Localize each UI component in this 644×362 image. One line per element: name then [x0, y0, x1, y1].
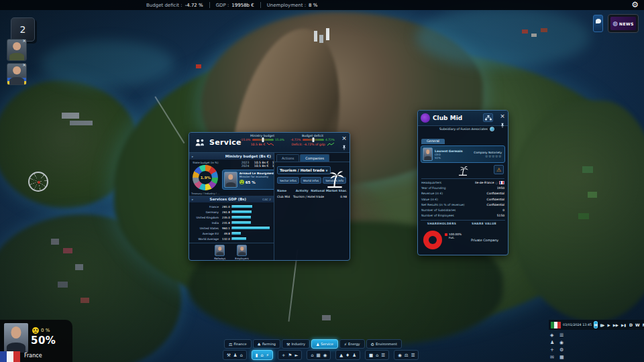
toolbar-group-3[interactable]: +⚑►	[278, 350, 302, 360]
france-flag	[0, 351, 20, 362]
tool-icon[interactable]: ⚑	[288, 353, 292, 358]
tab-companies[interactable]: Companies	[300, 154, 329, 162]
slider-thumb[interactable]	[312, 137, 314, 142]
parent-company[interactable]: Subsidiary of Fusion Associates	[439, 127, 488, 131]
tool-icon[interactable]: ⌂	[240, 353, 243, 358]
tab-general[interactable]: General	[421, 139, 445, 144]
map-tool-icon[interactable]: ▦	[559, 354, 569, 361]
section-header: Ministry budget (Bs €)	[189, 153, 274, 160]
tool-icon[interactable]: +	[282, 353, 285, 358]
tool-icon[interactable]: ⌂	[311, 353, 313, 358]
warning-button[interactable]: ⚠	[494, 165, 504, 174]
tool-icon[interactable]: ⚒	[227, 353, 231, 358]
tool-icon[interactable]: ⚡	[266, 353, 270, 358]
world-infos-button[interactable]: World infos	[301, 177, 321, 184]
tool-icon[interactable]: ◉	[323, 353, 327, 358]
minister-card[interactable]: Arnaud Le Bourgmestre Minister for econo…	[222, 170, 274, 190]
economy-stats: Budget deficit :-4.72 %GDP :19958b €Unem…	[146, 2, 317, 8]
slider-track[interactable]	[303, 139, 325, 141]
tool-icon[interactable]: ▲	[339, 353, 343, 358]
advisor-thumbnail[interactable]: ×	[7, 63, 27, 85]
tool-icon[interactable]: ⌂	[376, 353, 378, 358]
close-icon[interactable]: ×	[500, 113, 505, 119]
phone-icon[interactable]	[593, 15, 603, 32]
service-window-titlebar[interactable]: Service Ministry budget -15.0% 15.0% 10.…	[189, 133, 350, 153]
pin-icon[interactable]	[500, 123, 505, 128]
tool-icon[interactable]: ▮	[256, 353, 258, 358]
speed-button[interactable]: ▶▶	[613, 323, 619, 327]
services-gdp-chart: France281.0Germany261.8United Kingdom235…	[189, 202, 274, 241]
toolbar-tab-service[interactable]: ♟Service	[311, 339, 338, 349]
ministry-toolbar: ⚖Finance♣Farming⚒Industry♟Service⚡Energy…	[224, 339, 402, 349]
sector-select[interactable]: Tourism / Hotel trade ▼	[277, 166, 331, 174]
slider-track[interactable]	[252, 139, 274, 141]
bar-fill	[232, 221, 251, 224]
map-tool-icon[interactable]: ◈	[550, 332, 559, 339]
italy-flag[interactable]	[551, 322, 561, 328]
tool-icon[interactable]: ⌂	[260, 353, 263, 358]
globe-icon: ◍	[612, 20, 618, 27]
toolbar-group-1[interactable]: ⚒♟⌂	[223, 350, 247, 360]
tool-icon[interactable]: ►	[294, 353, 298, 358]
toolbar-group-7[interactable]: ◉⚖☰	[394, 350, 419, 360]
org-chart-button[interactable]	[483, 113, 493, 122]
close-icon[interactable]: ×	[341, 135, 347, 141]
speed-button[interactable]: ▮▶	[600, 323, 604, 327]
map-tool-icon[interactable]: ☰	[559, 332, 569, 339]
tool-icon[interactable]: ■	[369, 353, 373, 358]
tool-icon[interactable]: ⚖	[405, 353, 409, 358]
ministry-budget-slider[interactable]: Ministry budget -15.0% 15.0% 10.5 Bs €	[240, 134, 284, 146]
gdp-bar-row: India231.8	[191, 220, 272, 225]
sector-infos-button[interactable]: Sector infos	[277, 177, 299, 184]
settings-gear-icon[interactable]: ⚙	[631, 0, 639, 10]
toolbar-group-5[interactable]: ▲♦♟	[335, 350, 360, 360]
map-tool-icon[interactable]: ⚙	[559, 347, 569, 354]
toolbar-group-4[interactable]: ⌂▦◉	[307, 350, 331, 360]
detail-row: Value (in €)Confidential	[421, 196, 504, 202]
value-text: Confidential	[487, 198, 504, 201]
toolbar-group-6[interactable]: ■⌂☰	[365, 350, 389, 360]
speed-button[interactable]: ▶	[608, 323, 610, 327]
speed-w-button[interactable]: W	[635, 322, 640, 327]
tab-actions[interactable]: Actions	[276, 154, 299, 162]
company-row[interactable]: Club MidTourism / Hotel trade0.98	[277, 195, 347, 198]
map-tool-icon[interactable]: ◉	[559, 339, 569, 347]
toolbar-tab-environment[interactable]: ♻Environment	[366, 339, 402, 349]
toolbar-tab-energy[interactable]: ⚡Energy	[339, 339, 365, 349]
ministry-budget-panel: Ministry budget (Bs €) State budget (in …	[189, 153, 274, 260]
pin-icon[interactable]	[341, 145, 347, 150]
ceo-portrait	[423, 147, 433, 161]
delegate-card[interactable]: Railways	[214, 245, 225, 260]
toolbar-tab-farming[interactable]: ♣Farming	[253, 339, 280, 349]
map-tool-icon[interactable]: ♟	[550, 339, 559, 347]
topbar-stat: Unemployment :8 %	[267, 3, 318, 8]
slider-thumb[interactable]	[262, 137, 264, 142]
speed-button[interactable]: ▶▮	[621, 323, 626, 327]
bar	[231, 227, 272, 229]
news-tv-button[interactable]: ◍ NEWS	[608, 14, 639, 33]
tool-icon[interactable]: ◉	[398, 353, 402, 358]
close-icon[interactable]: ×	[22, 39, 26, 44]
advisor-thumbnail[interactable]: ×	[7, 39, 27, 61]
pause-button[interactable]: ▮▮	[594, 321, 598, 328]
notification-cube[interactable]: 2	[11, 17, 35, 42]
tool-icon[interactable]: ▦	[317, 353, 321, 358]
ceo-card[interactable]: Laurent Germain CEO 51% Company Notoriet…	[421, 145, 505, 163]
leader-portrait[interactable]	[4, 323, 28, 353]
toolbar-group-2[interactable]: ▮⌂⚡	[252, 350, 273, 360]
budget-deficit-slider[interactable]: Budget deficit -4.72% 4.72% Deficit: -4.…	[290, 134, 335, 146]
tool-icon[interactable]: ♟	[352, 353, 356, 358]
map-tool-icon[interactable]: ✉	[550, 354, 559, 361]
toolbar-tab-industry[interactable]: ⚒Industry	[282, 339, 310, 349]
tool-icon[interactable]: ♟	[233, 353, 237, 358]
toolbar-tab-finance[interactable]: ⚖Finance	[224, 339, 252, 349]
tool-icon[interactable]: ♦	[345, 353, 350, 358]
speed-d-button[interactable]: D	[629, 322, 633, 327]
delegate-card[interactable]: Employers	[235, 245, 249, 260]
company-window-titlebar[interactable]: Club Mid ×	[418, 111, 508, 126]
tool-icon[interactable]: ☰	[381, 353, 385, 358]
tool-icon[interactable]: ☰	[411, 353, 415, 358]
map-tool-icon[interactable]: +	[550, 347, 559, 354]
radio-icon[interactable]: ○	[496, 181, 498, 184]
close-icon[interactable]: ×	[22, 63, 26, 68]
